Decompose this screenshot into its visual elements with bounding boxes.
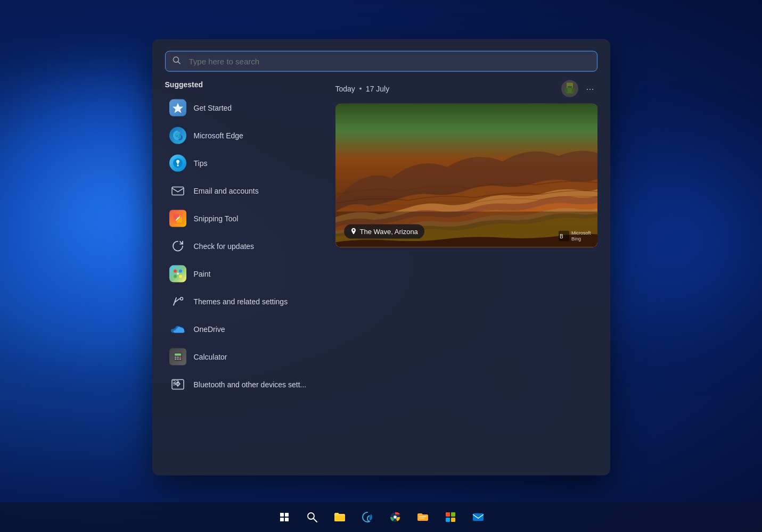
date-dot [359,88,362,90]
taskbar-search-button[interactable] [300,505,324,529]
news-column: Today 17 July [335,80,597,465]
app-item-snipping[interactable]: Snipping Tool [165,205,325,232]
app-label-snipping: Snipping Tool [194,214,239,223]
taskbar-files-button[interactable] [411,505,435,529]
news-controls: ··· [561,80,597,97]
taskbar-chrome-button[interactable] [383,505,407,529]
news-more-button[interactable]: ··· [583,82,597,95]
svg-rect-30 [572,88,575,93]
news-header: Today 17 July [335,80,597,97]
calculator-icon [169,348,186,365]
bing-label-line2: Bing [571,236,591,242]
svg-point-11 [174,275,177,278]
get-started-icon [169,99,186,117]
taskbar-mail-button[interactable] [466,505,490,529]
search-input[interactable] [165,51,597,72]
svg-rect-4 [177,165,178,167]
app-label-onedrive: OneDrive [194,325,225,334]
svg-rect-20 [175,359,176,360]
app-list: Get Started Microsoft Edge [165,94,325,398]
svg-rect-48 [446,512,450,517]
svg-text:B: B [560,234,563,239]
app-item-paint[interactable]: Paint [165,260,325,288]
svg-point-14 [180,297,183,300]
taskbar-edge-button[interactable] [356,505,379,529]
news-date: Today 17 July [335,85,390,93]
location-badge: The Wave, Arizona [344,225,424,239]
onedrive-icon [169,321,186,338]
svg-point-12 [179,275,182,278]
svg-rect-5 [172,187,184,195]
svg-rect-26 [570,84,572,86]
app-label-email: Email and accounts [194,187,259,195]
app-item-email[interactable]: Email and accounts [165,177,325,205]
svg-rect-47 [419,518,424,519]
location-text: The Wave, Arizona [360,228,418,236]
svg-rect-27 [568,87,572,88]
bing-label-line1: Microsoft [571,230,591,236]
app-item-bluetooth[interactable]: Bluetooth and other devices sett... [165,371,325,398]
tips-icon [169,155,186,172]
app-item-edge[interactable]: Microsoft Edge [165,122,325,149]
taskbar [0,502,762,532]
svg-rect-50 [446,518,450,522]
themes-icon [169,293,186,310]
taskbar-file-explorer-button[interactable] [328,505,351,529]
svg-rect-19 [179,357,181,358]
news-card[interactable]: The Wave, Arizona B Microsoft Bing [335,104,597,247]
svg-rect-38 [280,518,284,521]
app-label-themes: Themes and related settings [194,297,288,306]
start-menu: Suggested Get Started [152,39,610,476]
date-today: Today [335,85,355,93]
app-label-bluetooth: Bluetooth and other devices sett... [194,380,307,389]
taskbar-start-button[interactable] [273,505,296,529]
svg-rect-37 [285,513,289,517]
suggested-label: Suggested [165,80,325,89]
main-content: Suggested Get Started [152,80,610,476]
app-item-get-started[interactable]: Get Started [165,94,325,122]
svg-rect-22 [179,359,181,360]
app-item-onedrive[interactable]: OneDrive [165,315,325,343]
app-label-paint: Paint [194,270,211,278]
svg-point-9 [174,270,177,273]
app-item-calculator[interactable]: Calculator [165,343,325,371]
svg-point-10 [179,270,182,273]
svg-rect-25 [567,84,569,86]
app-item-tips[interactable]: Tips [165,149,325,177]
svg-rect-16 [175,354,181,356]
svg-line-1 [178,62,180,64]
app-label-edge: Microsoft Edge [194,131,243,140]
app-label-get-started: Get Started [194,104,232,112]
svg-point-13 [177,273,179,275]
search-icon [173,56,181,66]
bing-badge: B Microsoft Bing [559,230,591,242]
svg-point-45 [394,516,396,519]
app-label-tips: Tips [194,159,208,168]
email-icon [169,182,186,200]
app-label-updates: Check for updates [194,242,255,251]
snipping-icon [169,210,186,227]
app-item-themes[interactable]: Themes and related settings [165,288,325,315]
svg-rect-18 [177,357,178,358]
suggested-column: Suggested Get Started [165,80,325,465]
svg-line-41 [314,519,317,522]
date-value: 17 July [366,85,389,93]
svg-rect-17 [175,357,176,358]
svg-rect-51 [451,518,455,522]
taskbar-store-button[interactable] [439,505,462,529]
svg-rect-49 [451,512,455,517]
svg-rect-29 [565,88,568,93]
paint-icon [169,265,186,282]
edge-icon [169,127,186,144]
svg-point-40 [308,513,314,519]
svg-marker-2 [173,103,183,113]
bluetooth-icon [169,376,186,393]
app-item-updates[interactable]: Check for updates [165,232,325,260]
update-icon [169,238,186,255]
app-label-calculator: Calculator [194,353,227,361]
svg-rect-36 [280,513,284,517]
svg-rect-52 [473,513,484,521]
svg-rect-39 [285,518,289,521]
news-avatar[interactable] [561,80,578,97]
svg-rect-21 [177,359,178,360]
